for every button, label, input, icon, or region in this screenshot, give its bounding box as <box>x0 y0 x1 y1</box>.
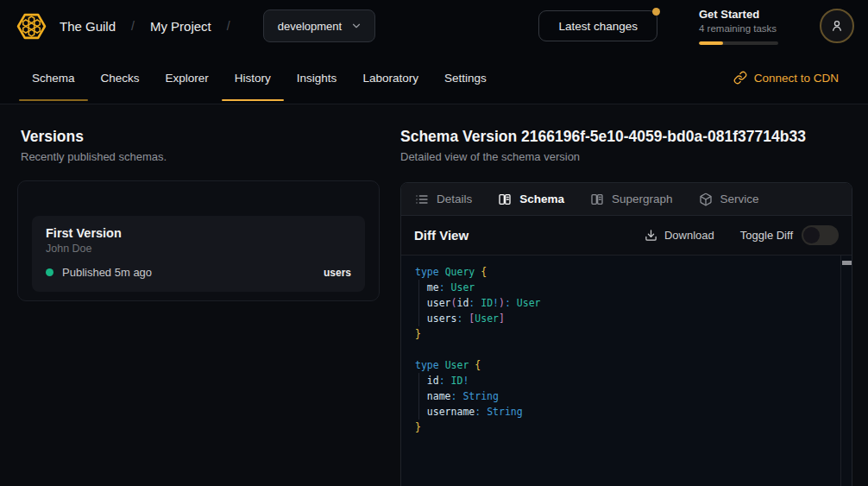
notification-dot <box>652 8 660 16</box>
version-detail-subtitle: Detailed view of the schema version <box>400 150 852 163</box>
versions-list-card: First Version John Doe Published 5m ago … <box>17 180 380 301</box>
chevron-down-icon <box>350 20 362 32</box>
code-line: username: String <box>415 404 838 420</box>
get-started-title: Get Started <box>699 8 778 22</box>
switch-knob <box>803 227 820 243</box>
code-line: me: User <box>415 280 838 295</box>
version-detail-title: Schema Version 2166196f-5e10-4059-bd0a-0… <box>400 127 852 146</box>
org-breadcrumb[interactable]: The Guild <box>60 19 116 34</box>
breadcrumb-separator: / <box>131 19 135 33</box>
code-line <box>415 342 838 357</box>
primary-nav: SchemaChecksExplorerHistoryInsightsLabor… <box>0 52 868 104</box>
get-started-progressbar <box>699 41 778 45</box>
published-status-dot <box>46 268 53 276</box>
code-line: type Query { <box>415 264 838 280</box>
get-started-widget[interactable]: Get Started 4 remaining tasks <box>699 8 778 45</box>
list-icon <box>415 193 429 206</box>
tab-checks[interactable]: Checks <box>88 52 153 104</box>
code-line: id: ID! <box>415 373 838 388</box>
schema-sdl-code: type Query { me: User user(id: ID!): Use… <box>401 256 852 486</box>
diff-view-title: Diff View <box>414 228 469 243</box>
code-line: name: String <box>415 388 838 404</box>
scrollbar-thumb[interactable] <box>842 261 852 265</box>
version-author: John Doe <box>46 243 351 255</box>
target-selector-dropdown[interactable]: development <box>263 9 375 42</box>
code-line: } <box>415 420 838 435</box>
download-button[interactable]: Download <box>645 229 714 242</box>
code-line: type User { <box>415 357 838 373</box>
breadcrumb-separator: / <box>227 19 230 33</box>
tab-history[interactable]: History <box>222 52 284 104</box>
connect-to-cdn-button[interactable]: Connect to CDN <box>733 52 839 104</box>
columns-icon <box>590 193 604 206</box>
target-selector-value: development <box>278 20 342 33</box>
tab-explorer[interactable]: Explorer <box>153 52 222 104</box>
user-menu-button[interactable] <box>820 9 854 43</box>
toggle-diff-switch[interactable] <box>802 225 839 245</box>
versions-panel: Versions Recently published schemas. Fir… <box>0 104 400 486</box>
cube-icon <box>699 193 713 206</box>
versions-subtitle: Recently published schemas. <box>21 150 400 163</box>
code-scrollbar[interactable] <box>840 256 852 486</box>
header-actions: Latest changes Get Started 4 remaining t… <box>538 8 854 45</box>
nav-tabs: SchemaChecksExplorerHistoryInsightsLabor… <box>19 52 733 104</box>
schema-view-tabs: DetailsSchemaSupergraphService <box>401 183 852 216</box>
version-name: First Version <box>46 226 351 240</box>
version-tab-supergraph[interactable]: Supergraph <box>590 193 673 206</box>
version-status: Published 5m ago <box>62 266 152 279</box>
code-line: } <box>415 326 838 342</box>
version-tab-schema[interactable]: Schema <box>498 193 564 206</box>
tab-schema[interactable]: Schema <box>19 52 88 104</box>
app-header: The Guild / My Project / development Lat… <box>0 0 868 52</box>
get-started-progress-fill <box>699 41 723 45</box>
version-tab-details[interactable]: Details <box>415 193 472 206</box>
tab-insights[interactable]: Insights <box>284 52 350 104</box>
tab-laboratory[interactable]: Laboratory <box>349 52 431 104</box>
person-icon <box>829 18 845 34</box>
project-breadcrumb[interactable]: My Project <box>150 19 211 34</box>
version-detail-panel: Schema Version 2166196f-5e10-4059-bd0a-0… <box>400 104 868 486</box>
breadcrumb: The Guild / My Project / development <box>16 9 538 42</box>
diff-view-toolbar: Diff View Download Toggle Diff <box>401 216 852 256</box>
tab-settings[interactable]: Settings <box>431 52 500 104</box>
get-started-subtitle: 4 remaining tasks <box>699 22 778 35</box>
schema-view-card: DetailsSchemaSupergraphService Diff View… <box>400 182 852 486</box>
latest-changes-button[interactable]: Latest changes <box>538 10 657 41</box>
download-icon <box>645 229 657 242</box>
version-tab-service[interactable]: Service <box>699 193 759 206</box>
code-line: users: [User] <box>415 311 838 326</box>
main-content: Versions Recently published schemas. Fir… <box>0 104 868 486</box>
toggle-diff-label: Toggle Diff <box>740 229 793 242</box>
columns-icon <box>498 193 512 206</box>
versions-title: Versions <box>21 127 400 146</box>
version-service-badge: users <box>324 267 351 279</box>
version-list-item[interactable]: First Version John Doe Published 5m ago … <box>32 216 365 292</box>
link-icon <box>733 71 747 85</box>
code-line: user(id: ID!): User <box>415 295 838 311</box>
hive-logo-icon[interactable] <box>16 10 47 42</box>
